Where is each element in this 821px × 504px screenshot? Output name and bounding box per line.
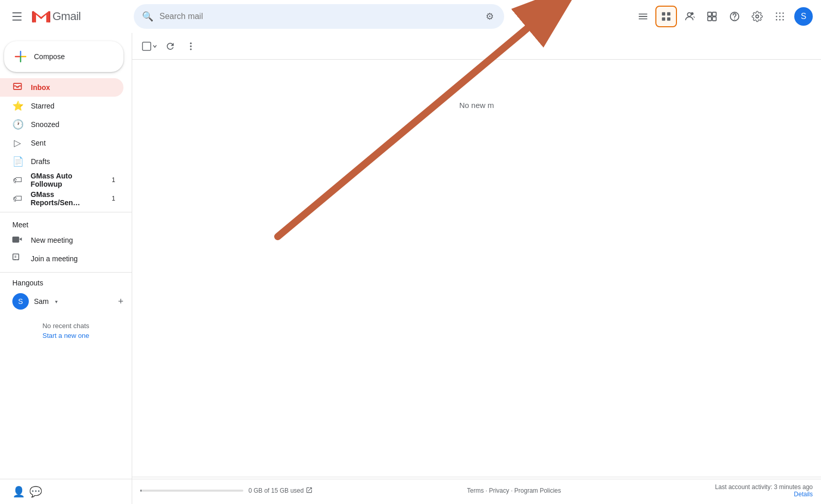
hangouts-section: Hangouts S Sam ▾ + [0, 279, 132, 312]
svg-point-19 [776, 19, 777, 21]
checkbox-icon [142, 42, 151, 51]
hamburger-button[interactable] [8, 8, 26, 25]
contacts-button[interactable] [679, 6, 700, 27]
more-options-button[interactable] [182, 37, 200, 56]
tasks-icon [706, 11, 718, 22]
dropdown-arrow-icon [152, 44, 157, 49]
header: Gmail 🔍 ⚙ [0, 0, 821, 33]
main-layout: Compose Inbox ⭐ Starred 🕐 Snoozed ▷ Sent… [0, 33, 821, 504]
meet-join-meeting[interactable]: Join a meeting [0, 249, 132, 268]
tasks-button[interactable] [702, 6, 722, 27]
hangout-add-icon[interactable]: + [118, 296, 123, 307]
refresh-icon [165, 41, 175, 51]
meet-button[interactable] [655, 6, 677, 27]
help-icon [729, 11, 740, 22]
help-button[interactable] [724, 6, 745, 27]
svg-point-20 [779, 19, 781, 21]
svg-point-15 [782, 12, 784, 14]
svg-point-18 [782, 16, 784, 17]
nav-starred[interactable]: ⭐ Starred [0, 97, 123, 115]
svg-rect-30 [142, 42, 151, 50]
svg-point-31 [190, 42, 191, 44]
search-icon: 🔍 [142, 11, 153, 22]
svg-point-21 [782, 19, 784, 21]
nav-snoozed[interactable]: 🕐 Snoozed [0, 115, 123, 134]
toolbar [132, 33, 821, 60]
nav-gmass-reports[interactable]: 🏷 GMass Reports/Sen… 1 [0, 189, 123, 208]
nav-gmass-followup[interactable]: 🏷 GMass Auto Followup 1 [0, 171, 123, 189]
join-meeting-icon [12, 254, 23, 264]
gmail-text-label: Gmail [52, 10, 81, 23]
inbox-icon [12, 81, 23, 94]
meet-new-meeting[interactable]: New meeting [0, 231, 132, 249]
svg-rect-3 [662, 17, 665, 21]
gmass-followup-icon: 🏷 [12, 175, 22, 186]
gmail-logo: Gmail [32, 10, 81, 23]
gmail-m-icon [32, 10, 50, 23]
no-chats-text: No recent chats [0, 322, 132, 330]
new-meeting-icon [12, 235, 23, 245]
select-all-checkbox[interactable] [140, 37, 159, 56]
svg-rect-1 [662, 12, 665, 15]
meet-section: Meet New meeting Join a meeting [0, 217, 132, 268]
svg-point-13 [776, 12, 777, 14]
header-right: S [633, 6, 813, 27]
compose-plus-icon [13, 49, 28, 64]
nav-snoozed-label: Snoozed [31, 120, 59, 129]
svg-rect-9 [708, 17, 711, 21]
svg-rect-29 [14, 259, 15, 260]
search-bar: 🔍 ⚙ [134, 4, 504, 29]
more-options-icon [186, 41, 196, 51]
chat-bubble-icon[interactable]: 💬 [29, 485, 42, 498]
start-new-chat-link[interactable]: Start a new one [0, 332, 132, 339]
nav-inbox[interactable]: Inbox [0, 78, 123, 97]
person-icon[interactable]: 👤 [12, 485, 25, 498]
hangout-avatar: S [12, 293, 29, 310]
svg-point-5 [687, 13, 691, 16]
svg-point-16 [776, 16, 777, 17]
svg-point-6 [691, 12, 694, 15]
nav-drafts[interactable]: 📄 Drafts [0, 152, 123, 171]
settings-button[interactable] [747, 6, 768, 27]
svg-point-33 [190, 48, 191, 50]
hangouts-label: Hangouts [12, 279, 123, 287]
account-avatar[interactable]: S [794, 7, 813, 26]
search-tune-icon[interactable]: ⚙ [484, 9, 496, 24]
starred-icon: ⭐ [12, 100, 23, 112]
nav-divider-2 [0, 272, 132, 273]
meet-icon [661, 11, 672, 22]
sidebar: Compose Inbox ⭐ Starred 🕐 Snoozed ▷ Sent… [0, 33, 132, 504]
svg-rect-26 [13, 254, 19, 260]
drafts-icon: 📄 [12, 156, 23, 167]
svg-rect-7 [708, 12, 711, 16]
snoozed-icon: 🕐 [12, 119, 23, 130]
compose-label: Compose [34, 52, 65, 61]
contacts-icon [684, 11, 695, 22]
svg-point-17 [779, 16, 781, 17]
gmass-reports-badge: 1 [112, 195, 115, 202]
no-new-mail-text: No new m [132, 101, 821, 110]
hangout-user-item[interactable]: S Sam ▾ + [12, 291, 123, 312]
nav-sent[interactable]: ▷ Sent [0, 134, 123, 152]
sent-icon: ▷ [12, 137, 23, 149]
svg-rect-8 [712, 12, 716, 16]
nav-sent-label: Sent [31, 139, 46, 147]
apps-button[interactable] [770, 6, 790, 27]
svg-rect-2 [667, 12, 670, 15]
density-button[interactable] [633, 6, 653, 27]
join-meeting-label: Join a meeting [31, 255, 78, 263]
hangout-name: Sam [34, 297, 49, 305]
nav-drafts-label: Drafts [31, 157, 50, 166]
nav-gmass-followup-label: GMass Auto Followup [30, 172, 103, 188]
compose-button[interactable]: Compose [4, 41, 123, 72]
svg-point-32 [190, 45, 191, 47]
settings-icon [752, 11, 763, 22]
new-meeting-label: New meeting [31, 236, 73, 244]
search-input[interactable] [159, 12, 484, 21]
apps-icon [774, 11, 786, 22]
svg-rect-10 [712, 17, 716, 21]
meet-section-label: Meet [0, 217, 132, 231]
svg-point-14 [779, 12, 781, 14]
refresh-button[interactable] [161, 37, 180, 56]
svg-rect-28 [17, 259, 19, 260]
